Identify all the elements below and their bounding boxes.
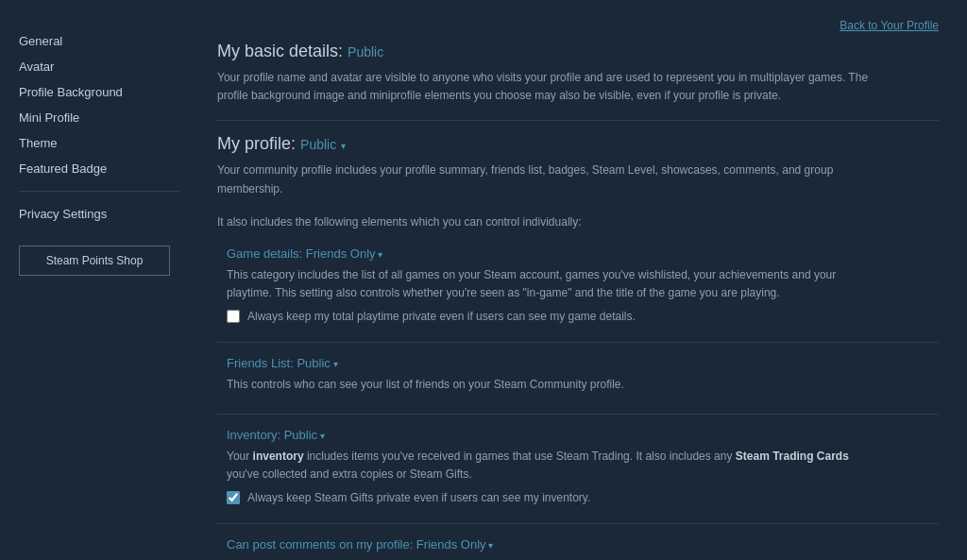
sidebar-item-mini-profile[interactable]: Mini Profile <box>19 105 198 130</box>
bold-text: Steam Trading Cards <box>736 450 849 463</box>
checkbox-inventory[interactable] <box>227 491 240 504</box>
subsection-value-friends-list[interactable]: Public <box>297 356 330 370</box>
subsection-value-game-details[interactable]: Friends Only <box>306 246 376 261</box>
subsection-header-inventory: Inventory: Public ▾ <box>227 428 939 442</box>
subsection-value-inventory[interactable]: Public <box>284 428 317 442</box>
subsection-header-game-details: Game details: Friends Only ▾ <box>227 246 939 261</box>
bold-text: inventory <box>253 450 304 463</box>
subsection-friends-list: Friends List: Public ▾This controls who … <box>217 356 939 394</box>
sidebar-item-featured-badge[interactable]: Featured Badge <box>19 156 198 181</box>
my-profile-dropdown-arrow: ▾ <box>341 141 346 151</box>
basic-details-desc: Your profile name and avatar are visible… <box>217 69 878 105</box>
sidebar-item-privacy-settings[interactable]: Privacy Settings <box>19 201 198 227</box>
checkbox-label-game-details: Always keep my total playtime private ev… <box>247 310 636 323</box>
my-profile-label: My profile: <box>217 134 296 153</box>
my-profile-header: My profile: Public ▾ <box>217 134 939 154</box>
section-separator-1 <box>217 120 939 121</box>
basic-details-header: My basic details: Public <box>217 42 939 61</box>
subsection-value-comments[interactable]: Friends Only <box>416 537 486 552</box>
subsection-label-game-details: Game details: <box>227 246 306 261</box>
subsection-label-inventory: Inventory: <box>227 428 284 442</box>
main-content: Back to Your Profile My basic details: P… <box>198 0 967 560</box>
sidebar: GeneralAvatarProfile BackgroundMini Prof… <box>0 0 198 560</box>
checkbox-label-inventory: Always keep Steam Gifts private even if … <box>247 491 590 504</box>
basic-details-value[interactable]: Public <box>348 44 383 59</box>
subsection-arrow-inventory: ▾ <box>317 431 325 441</box>
steam-points-shop-button[interactable]: Steam Points Shop <box>19 246 170 276</box>
sidebar-nav: GeneralAvatarProfile BackgroundMini Prof… <box>19 28 198 181</box>
subsection-arrow-friends-list: ▾ <box>331 359 338 369</box>
checkbox-row-game-details: Always keep my total playtime private ev… <box>227 310 939 323</box>
subsections: Game details: Friends Only ▾This categor… <box>217 246 939 560</box>
subsection-separator-2 <box>217 523 939 524</box>
basic-details-label: My basic details: <box>217 42 343 60</box>
subsection-comments: Can post comments on my profile: Friends… <box>217 537 939 552</box>
subsection-arrow-game-details: ▾ <box>376 249 383 260</box>
subsection-arrow-comments: ▾ <box>486 540 494 551</box>
my-profile-desc2: It also includes the following elements … <box>217 213 878 231</box>
subsection-label-comments: Can post comments on my profile: <box>227 537 416 552</box>
subsection-separator-0 <box>217 342 939 343</box>
sidebar-item-general[interactable]: General <box>19 28 198 54</box>
sidebar-item-avatar[interactable]: Avatar <box>19 54 198 79</box>
back-to-profile-link[interactable]: Back to Your Profile <box>217 19 939 32</box>
my-profile-value[interactable]: Public <box>300 137 336 152</box>
subsection-header-comments: Can post comments on my profile: Friends… <box>227 537 939 552</box>
subsection-inventory: Inventory: Public ▾Your inventory includ… <box>217 428 939 504</box>
sidebar-divider <box>19 191 179 192</box>
subsection-label-friends-list: Friends List: <box>227 356 297 370</box>
sidebar-item-profile-background[interactable]: Profile Background <box>19 79 198 105</box>
checkbox-row-inventory: Always keep Steam Gifts private even if … <box>227 491 939 504</box>
subsection-desc-friends-list: This controls who can see your list of f… <box>227 376 869 394</box>
sidebar-item-theme[interactable]: Theme <box>19 130 198 156</box>
sidebar-secondary-nav: Privacy Settings <box>19 201 198 227</box>
my-profile-desc1: Your community profile includes your pro… <box>217 161 878 197</box>
subsection-desc-game-details: This category includes the list of all g… <box>227 266 869 302</box>
checkbox-game-details[interactable] <box>227 310 240 323</box>
subsection-separator-1 <box>217 414 939 415</box>
subsection-game-details: Game details: Friends Only ▾This categor… <box>217 246 939 323</box>
subsection-header-friends-list: Friends List: Public ▾ <box>227 356 939 370</box>
subsection-desc-inventory: Your inventory includes items you've rec… <box>227 448 869 484</box>
